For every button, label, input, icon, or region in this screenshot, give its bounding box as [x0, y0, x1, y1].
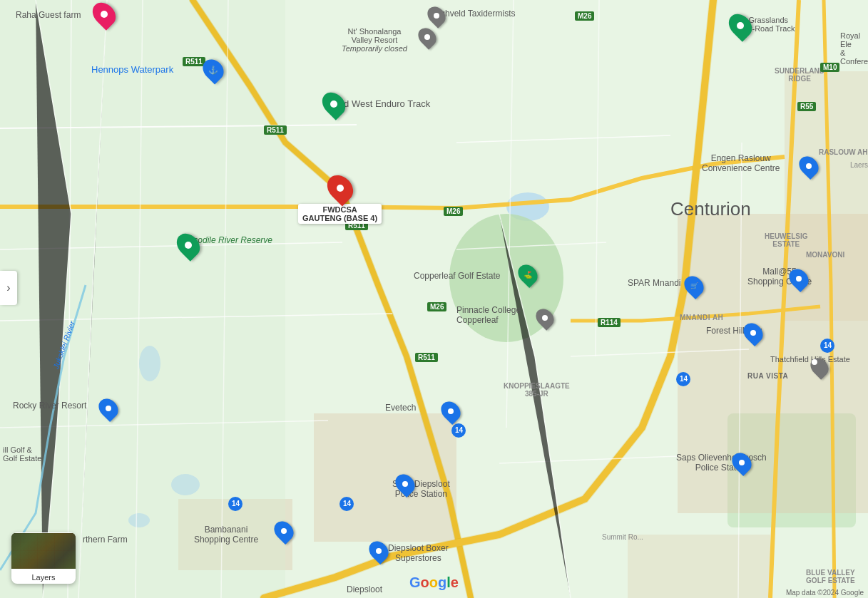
saps-olive-pin[interactable] [733, 452, 750, 473]
sidebar-toggle-button[interactable]: › [0, 271, 17, 305]
spar-pin[interactable]: 🛒 [685, 275, 703, 297]
diepsloot-boxer-pin[interactable] [370, 540, 387, 562]
layers-button[interactable]: Layers [11, 532, 76, 584]
layers-thumbnail [11, 533, 76, 569]
shonalanga-pin[interactable] [419, 27, 435, 47]
mall55-pin[interactable] [790, 268, 807, 289]
copperleaf-pin[interactable]: ⛳ [519, 264, 536, 285]
raha-pin[interactable] [94, 1, 114, 27]
map-container: Centurion Raha Guest farm Hennops Waterp… [0, 0, 868, 598]
saps-diepsloot-pin[interactable] [397, 473, 414, 495]
grasslands-pin[interactable] [730, 13, 750, 38]
thatchfield-pin[interactable] [812, 352, 827, 377]
rocky-river-pin[interactable] [100, 398, 117, 419]
forest-hill-pin[interactable] [745, 322, 762, 344]
layers-label: Layers [31, 572, 55, 583]
markers-layer: ⚓ FWDCSAGAUTENG ( [0, 0, 868, 598]
crocodile-pin[interactable] [178, 232, 198, 258]
fwdcsa-pin[interactable]: FWDCSAGAUTENG (BASE 4) [298, 174, 382, 224]
chevron-right-icon: › [6, 282, 10, 294]
engen-pin[interactable] [800, 155, 817, 177]
map-terms: Map data ©2024 Google [786, 589, 864, 597]
highveld-pin[interactable] [429, 6, 444, 26]
wild-west-pin[interactable] [324, 91, 344, 117]
pinnacle-pin[interactable] [537, 308, 553, 328]
bambanani-pin[interactable] [275, 520, 292, 542]
evetech-pin[interactable] [442, 401, 459, 422]
hennops-pin[interactable]: ⚓ [204, 58, 223, 81]
